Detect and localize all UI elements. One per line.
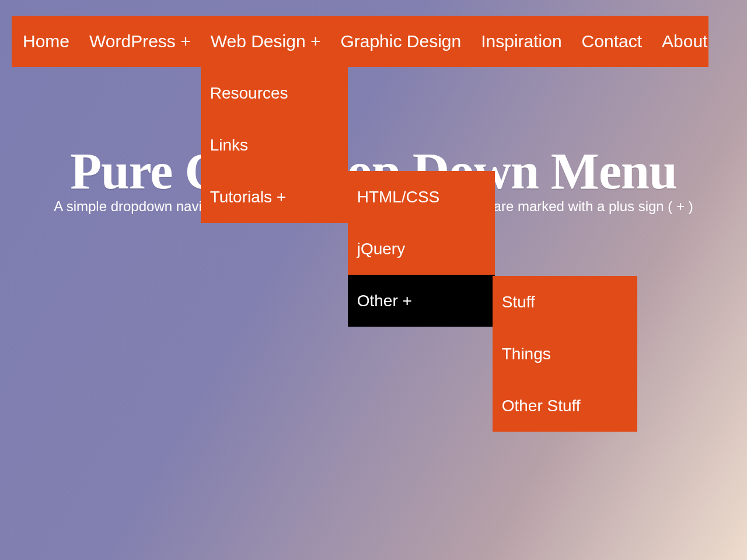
nav-item-otherstuff[interactable]: Other Stuff bbox=[493, 380, 637, 432]
nav-item-htmlcss[interactable]: HTML/CSS bbox=[348, 171, 495, 223]
nav-link-home[interactable]: Home bbox=[13, 16, 79, 67]
submenu-webdesign: Resources Links Tutorials + HTML/CSS jQu… bbox=[201, 67, 348, 223]
nav-item-other[interactable]: Other + Stuff Things Other Stuff bbox=[348, 275, 495, 327]
nav-link-contact[interactable]: Contact bbox=[572, 16, 652, 67]
nav-item-graphicdesign[interactable]: Graphic Design bbox=[330, 16, 471, 67]
nav-link-things[interactable]: Things bbox=[493, 328, 637, 380]
submenu-other: Stuff Things Other Stuff bbox=[493, 276, 637, 432]
nav-link-links[interactable]: Links bbox=[201, 119, 348, 171]
nav-item-home[interactable]: Home bbox=[13, 16, 79, 67]
nav-list: Home WordPress + Web Design + Resources … bbox=[12, 16, 708, 67]
nav-item-tutorials[interactable]: Tutorials + HTML/CSS jQuery Other + bbox=[201, 171, 348, 223]
nav-link-stuff[interactable]: Stuff bbox=[493, 276, 637, 328]
submenu-tutorials: HTML/CSS jQuery Other + Stuff bbox=[348, 171, 495, 327]
nav-item-stuff[interactable]: Stuff bbox=[493, 276, 637, 328]
nav-link-otherstuff[interactable]: Other Stuff bbox=[493, 380, 637, 432]
nav-item-about[interactable]: About bbox=[652, 16, 717, 67]
main-nav: Home WordPress + Web Design + Resources … bbox=[12, 16, 708, 67]
nav-link-other[interactable]: Other + bbox=[348, 275, 495, 327]
nav-link-about[interactable]: About bbox=[652, 16, 717, 67]
nav-item-links[interactable]: Links bbox=[201, 119, 348, 171]
nav-link-jquery[interactable]: jQuery bbox=[348, 223, 495, 275]
nav-item-webdesign[interactable]: Web Design + Resources Links Tutorials +… bbox=[201, 16, 331, 67]
nav-item-contact[interactable]: Contact bbox=[572, 16, 652, 67]
nav-item-resources[interactable]: Resources bbox=[201, 67, 348, 119]
nav-link-htmlcss[interactable]: HTML/CSS bbox=[348, 171, 495, 223]
nav-item-wordpress[interactable]: WordPress + bbox=[79, 16, 201, 67]
nav-link-resources[interactable]: Resources bbox=[201, 67, 348, 119]
nav-link-tutorials[interactable]: Tutorials + bbox=[201, 171, 348, 223]
nav-item-things[interactable]: Things bbox=[493, 328, 637, 380]
nav-link-wordpress[interactable]: WordPress + bbox=[79, 16, 201, 67]
nav-item-jquery[interactable]: jQuery bbox=[348, 223, 495, 275]
nav-link-webdesign[interactable]: Web Design + bbox=[201, 16, 331, 67]
nav-item-inspiration[interactable]: Inspiration bbox=[471, 16, 571, 67]
nav-link-graphicdesign[interactable]: Graphic Design bbox=[330, 16, 471, 67]
nav-link-inspiration[interactable]: Inspiration bbox=[471, 16, 571, 67]
